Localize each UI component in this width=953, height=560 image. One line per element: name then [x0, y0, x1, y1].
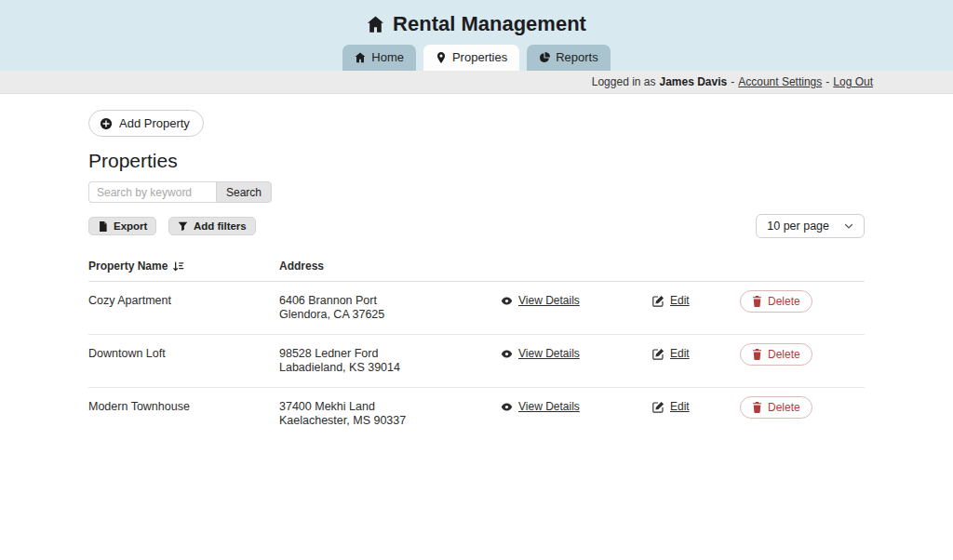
- house-icon: [367, 16, 384, 33]
- tab-properties[interactable]: Properties: [423, 45, 519, 71]
- view-details-cell: View Details: [501, 335, 652, 376]
- view-details-label: View Details: [518, 347, 580, 361]
- edit-cell: Edit: [652, 282, 740, 323]
- address-line1: 37400 Mekhi Land: [279, 400, 501, 414]
- column-header-spacer: [501, 252, 652, 268]
- app-header: Rental Management Home Properties Report…: [0, 0, 953, 71]
- export-button[interactable]: Export: [88, 217, 156, 235]
- edit-link[interactable]: Edit: [652, 294, 690, 308]
- address-line2: Labadieland, KS 39014: [279, 361, 501, 375]
- user-name: James Davis: [660, 75, 728, 88]
- property-address: 6406 Brannon Port Glendora, CA 37625: [279, 282, 501, 334]
- property-address: 98528 Ledner Ford Labadieland, KS 39014: [279, 335, 501, 387]
- search-button[interactable]: Search: [216, 181, 272, 203]
- search-input[interactable]: [88, 181, 216, 203]
- delete-button[interactable]: Delete: [740, 396, 812, 419]
- export-label: Export: [114, 220, 147, 232]
- address-line2: Glendora, CA 37625: [279, 308, 501, 322]
- log-out-link[interactable]: Log Out: [833, 75, 873, 88]
- column-header-address: Address: [279, 252, 501, 281]
- toolbar-row: Export Add filters 10 per page: [88, 214, 865, 238]
- tab-reports[interactable]: Reports: [527, 45, 611, 71]
- edit-icon: [652, 401, 664, 413]
- account-bar: Logged in as James Davis - Account Setti…: [0, 71, 953, 94]
- eye-icon: [501, 295, 513, 307]
- table-row: Downtown Loft 98528 Ledner Ford Labadiel…: [88, 335, 865, 388]
- per-page-value: 10 per page: [767, 220, 829, 233]
- tab-label: Home: [371, 50, 404, 64]
- edit-link[interactable]: Edit: [652, 347, 690, 361]
- trash-icon: [752, 402, 762, 413]
- chevron-down-icon: [844, 221, 853, 231]
- trash-icon: [752, 349, 762, 360]
- trash-icon: [752, 296, 762, 307]
- delete-cell: Delete: [740, 335, 865, 378]
- column-header-label: Property Name: [88, 260, 168, 273]
- tab-label: Properties: [452, 50, 507, 64]
- add-filters-label: Add filters: [194, 220, 247, 232]
- property-name: Modern Townhouse: [88, 388, 279, 426]
- edit-label: Edit: [670, 347, 690, 361]
- separator: -: [825, 75, 829, 88]
- tab-label: Reports: [556, 50, 598, 64]
- delete-button[interactable]: Delete: [740, 343, 812, 366]
- app-title-text: Rental Management: [393, 12, 586, 36]
- table-row: Cozy Apartment 6406 Brannon Port Glendor…: [88, 282, 865, 335]
- per-page-select[interactable]: 10 per page: [756, 214, 865, 238]
- edit-label: Edit: [670, 400, 690, 414]
- add-property-button[interactable]: Add Property: [88, 110, 204, 137]
- column-header-property-name[interactable]: Property Name: [88, 252, 279, 281]
- delete-label: Delete: [768, 401, 800, 414]
- column-header-spacer: [652, 252, 740, 268]
- edit-cell: Edit: [652, 335, 740, 376]
- properties-table: Property Name Address Cozy Apartment 640…: [88, 252, 865, 440]
- file-icon: [98, 221, 108, 232]
- add-property-label: Add Property: [119, 116, 190, 130]
- property-address: 37400 Mekhi Land Kaelachester, MS 90337: [279, 388, 501, 440]
- address-line2: Kaelachester, MS 90337: [279, 414, 501, 428]
- column-header-spacer: [740, 252, 865, 268]
- view-details-label: View Details: [518, 294, 580, 308]
- view-details-link[interactable]: View Details: [501, 400, 580, 414]
- edit-label: Edit: [670, 294, 690, 308]
- pie-chart-icon: [539, 52, 550, 63]
- view-details-cell: View Details: [501, 282, 652, 323]
- view-details-label: View Details: [518, 400, 580, 414]
- address-line1: 98528 Ledner Ford: [279, 347, 501, 361]
- main-content: Add Property Properties Search Export Ad…: [88, 94, 865, 440]
- edit-icon: [652, 348, 664, 360]
- tab-home[interactable]: Home: [342, 45, 416, 71]
- add-filters-button[interactable]: Add filters: [168, 217, 256, 235]
- view-details-cell: View Details: [501, 388, 652, 429]
- edit-cell: Edit: [652, 388, 740, 429]
- toolbar-left: Export Add filters: [88, 217, 263, 235]
- delete-cell: Delete: [740, 282, 865, 325]
- delete-cell: Delete: [740, 388, 865, 431]
- property-name: Cozy Apartment: [88, 282, 279, 320]
- page-title: Properties: [88, 150, 865, 172]
- search-row: Search: [88, 181, 865, 203]
- table-row: Modern Townhouse 37400 Mekhi Land Kaelac…: [88, 388, 865, 440]
- address-line1: 6406 Brannon Port: [279, 294, 501, 308]
- map-pin-icon: [436, 52, 447, 63]
- delete-label: Delete: [768, 295, 800, 308]
- sort-icon: [172, 260, 184, 273]
- column-header-label: Address: [279, 260, 324, 273]
- property-name: Downtown Loft: [88, 335, 279, 373]
- app-title: Rental Management: [367, 12, 586, 36]
- table-body: Cozy Apartment 6406 Brannon Port Glendor…: [88, 282, 865, 440]
- delete-button[interactable]: Delete: [740, 290, 812, 313]
- delete-label: Delete: [768, 348, 800, 361]
- eye-icon: [501, 348, 513, 360]
- logged-in-text: Logged in as: [592, 75, 656, 88]
- edit-icon: [652, 295, 664, 307]
- edit-link[interactable]: Edit: [652, 400, 690, 414]
- filter-icon: [178, 221, 188, 232]
- view-details-link[interactable]: View Details: [501, 347, 580, 361]
- separator: -: [731, 75, 734, 88]
- account-settings-link[interactable]: Account Settings: [738, 75, 822, 88]
- plus-circle-icon: [100, 117, 113, 130]
- view-details-link[interactable]: View Details: [501, 294, 580, 308]
- eye-icon: [501, 401, 513, 413]
- house-icon: [355, 52, 366, 63]
